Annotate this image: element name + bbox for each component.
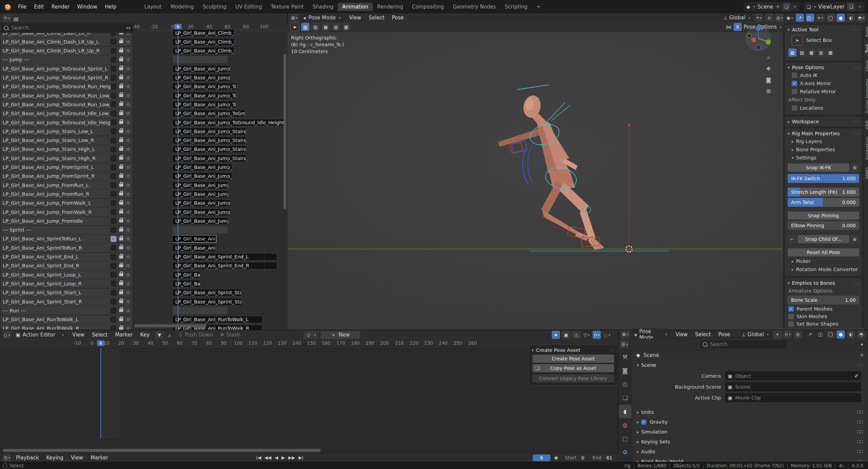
- channel-checkbox[interactable]: [111, 146, 116, 152]
- channel-row[interactable]: LP_Girl_Base_Ani_RunToWalk_L☆: [1, 315, 132, 324]
- play-button[interactable]: ▶: [282, 455, 285, 460]
- channel-search-input[interactable]: Search ↔: [1, 24, 133, 32]
- menu-key[interactable]: Key: [136, 332, 153, 338]
- properties-tab-object[interactable]: ▢: [618, 432, 631, 445]
- channel-checkbox[interactable]: [111, 155, 116, 161]
- mode-extend-icon[interactable]: ▨: [798, 48, 806, 57]
- mode-intersect-icon[interactable]: ▦: [826, 48, 835, 57]
- lock-icon[interactable]: [119, 246, 123, 249]
- lock-icon[interactable]: [119, 40, 123, 43]
- channel-checkbox[interactable]: [111, 326, 116, 330]
- channel-row[interactable]: LP_Girl_Base_Ani_Jump_ToGround_Idle_Low☆: [1, 109, 132, 118]
- frame-end-field[interactable]: End61: [589, 454, 616, 461]
- workspace-tab-shading[interactable]: Shading: [308, 3, 338, 11]
- only-errors-icon[interactable]: ⚠: [572, 331, 580, 339]
- copy-pose-as-asset-button[interactable]: Copy Pose as Asset: [532, 364, 614, 372]
- menu-marker[interactable]: Marker: [111, 332, 136, 338]
- hide-channels-icon[interactable]: ▣: [562, 331, 570, 339]
- workspace-tab-sculpting[interactable]: Sculpting: [198, 3, 231, 11]
- channel-checkbox[interactable]: [111, 128, 116, 134]
- editor-type-icon[interactable]: ◷▾: [3, 454, 11, 462]
- action-datablock[interactable]: ◇▾: [304, 331, 319, 339]
- panel-header[interactable]: ▸Rigid Body World∷∷: [634, 457, 866, 462]
- menu-edit[interactable]: Edit: [30, 4, 48, 10]
- snap-magnet-icon[interactable]: ∩▾: [593, 331, 601, 339]
- checkbox[interactable]: ✓: [788, 306, 794, 312]
- channel-row[interactable]: LP_Girl_Base_Ani_Jump_FromWalk_R☆: [1, 208, 132, 216]
- lock-icon[interactable]: [119, 112, 123, 115]
- sidebar-tab-arp[interactable]: ARP: [864, 117, 868, 133]
- lock-icon[interactable]: [119, 139, 123, 142]
- panel-keying-sets[interactable]: ▸Keying Sets∷∷: [634, 437, 866, 446]
- panel-rigid-body-world[interactable]: ▸Rigid Body World∷∷: [634, 457, 866, 462]
- action-strip[interactable]: LP_Girl_Base_Ani_Jump_ToGrou: [173, 92, 236, 99]
- channel-row[interactable]: LP_Girl_Base_Ani_SprintToRun_R☆: [1, 244, 132, 252]
- star-icon[interactable]: ☆: [126, 200, 130, 206]
- menu-view[interactable]: View: [68, 332, 88, 338]
- toggle-ortho-icon[interactable]: ⊞: [766, 88, 771, 94]
- h-scrollbar[interactable]: [134, 324, 207, 327]
- star-icon[interactable]: ☆: [126, 155, 130, 161]
- menu-window[interactable]: Window: [74, 4, 101, 10]
- channel-checkbox[interactable]: [111, 48, 116, 54]
- arm-twist-slider[interactable]: Arm Twist0.000: [788, 198, 859, 207]
- action-strip[interactable]: LP_Girl_Base_Ani_Jump_Stairs_High_R: [173, 155, 247, 162]
- star-icon[interactable]: ☆: [126, 93, 130, 99]
- lock-icon[interactable]: [119, 184, 123, 187]
- sidebar-tab-super-importer[interactable]: Super Importer: [864, 75, 868, 117]
- dope-sheet-canvas[interactable]: [0, 348, 618, 439]
- sidebar-tab-tool[interactable]: Tool: [864, 41, 868, 57]
- only-selected-icon[interactable]: ➤: [552, 331, 560, 339]
- channel-checkbox[interactable]: [111, 120, 116, 125]
- checkbox[interactable]: ✓: [792, 81, 797, 86]
- channel-group-row[interactable]: --- Jump ---☆: [1, 56, 132, 64]
- lock-icon[interactable]: [119, 67, 123, 70]
- pin-icon[interactable]: ✛: [859, 352, 864, 358]
- checkbox[interactable]: [788, 321, 794, 327]
- channel-checkbox[interactable]: [111, 209, 116, 215]
- sidebar-tab-view[interactable]: View: [864, 57, 868, 75]
- star-icon[interactable]: ☆: [126, 209, 130, 215]
- v-scrollbar[interactable]: [284, 54, 286, 209]
- scene-name[interactable]: Scene: [758, 4, 773, 10]
- star-icon[interactable]: ☆: [126, 66, 130, 72]
- panel-header[interactable]: ▸Audio∷∷: [634, 447, 866, 456]
- channel-checkbox[interactable]: [111, 227, 116, 233]
- menu-file[interactable]: File: [14, 4, 30, 10]
- shading-material-icon[interactable]: ◐: [847, 330, 855, 339]
- reset-all-pose-button[interactable]: Reset All Pose: [788, 248, 859, 256]
- action-strip[interactable]: LP_Girl_Base_Ani_Spri: [173, 235, 216, 243]
- star-icon[interactable]: ☆: [126, 308, 130, 314]
- lock-icon[interactable]: [119, 327, 123, 330]
- lock-icon[interactable]: [119, 166, 123, 169]
- star-icon[interactable]: ☆: [126, 191, 130, 197]
- channel-checkbox[interactable]: [111, 84, 116, 90]
- star-icon[interactable]: ☆: [126, 245, 130, 251]
- settings-row[interactable]: ▾Settings: [785, 154, 862, 162]
- star-icon[interactable]: ☆: [126, 227, 130, 233]
- channel-row[interactable]: LP_Girl_Base_Ani_Sprint_Start_R☆: [1, 297, 132, 306]
- menu-pose[interactable]: Pose: [714, 331, 734, 338]
- filter-funnel-icon[interactable]: ▽▾: [582, 331, 591, 339]
- lock-icon[interactable]: [119, 33, 123, 34]
- lock-icon[interactable]: [119, 121, 123, 124]
- channel-group-row[interactable]: --- Run ---☆: [1, 306, 132, 315]
- checkbox-row-relative-mirror[interactable]: Relative Mirror: [785, 88, 862, 96]
- panel-header[interactable]: ▾Rig Main Properties∷∷: [785, 130, 862, 137]
- action-strip[interactable]: LP_Girl_Base_Ani_Jump_ToG: [173, 65, 230, 73]
- rig-layers-row[interactable]: ▸Rig Layers: [785, 137, 862, 145]
- star-icon[interactable]: ☆: [126, 120, 130, 126]
- field-input[interactable]: ▣Object✐: [725, 371, 861, 380]
- keyframe-pane[interactable]: -40-200204060801006 LP_Girl_Base_Ani_Cli…: [133, 23, 288, 330]
- snap-child-of-button[interactable]: Snap Child Of...: [798, 235, 849, 243]
- remove-viewlayer-icon[interactable]: ✕: [857, 4, 862, 10]
- channel-row[interactable]: LP_Girl_Base_Ani_Jump_Stairs_Low_L☆: [1, 127, 132, 136]
- lock-icon[interactable]: [119, 76, 123, 79]
- workspace-panel[interactable]: ▸Workspace∷∷: [785, 116, 862, 127]
- checkbox-row-skin-meshes[interactable]: Skin Meshes: [785, 313, 862, 320]
- lock-icon[interactable]: [119, 210, 123, 214]
- lock-icon[interactable]: [119, 229, 123, 232]
- action-strip[interactable]: LP_Girl_Base_Ani_Jump_FromWa: [173, 199, 230, 207]
- h-scrollbar[interactable]: [3, 449, 321, 452]
- action-strip[interactable]: LP_Girl_Base_Ani_Jump_ToGrou: [173, 101, 236, 108]
